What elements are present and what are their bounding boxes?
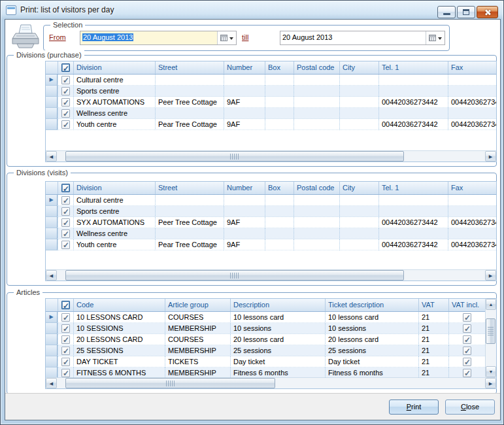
till-date-input[interactable]: 20 August 2013 bbox=[280, 31, 426, 44]
row-selector[interactable] bbox=[46, 239, 58, 250]
vat-incl-checkbox[interactable] bbox=[463, 358, 471, 366]
row-selector[interactable] bbox=[46, 345, 58, 356]
column-header[interactable]: Code bbox=[73, 299, 165, 312]
horizontal-scrollbar[interactable]: ◀ ▶ bbox=[46, 150, 496, 162]
table-row[interactable]: Sports centre bbox=[46, 206, 496, 217]
row-checkbox[interactable] bbox=[61, 347, 70, 355]
column-header[interactable]: Box bbox=[265, 61, 294, 75]
scroll-right-button[interactable]: ▶ bbox=[485, 151, 496, 162]
row-checkbox[interactable] bbox=[61, 324, 70, 333]
till-label[interactable]: till bbox=[242, 33, 248, 41]
column-header[interactable]: Street bbox=[155, 61, 224, 75]
table-row[interactable]: ▶Cultural centre bbox=[46, 195, 496, 206]
scroll-down-button[interactable]: ▼ bbox=[486, 366, 496, 377]
table-row[interactable]: SYX AUTOMATIONSPeer Tree Cottage9AF00442… bbox=[46, 217, 496, 228]
row-selector[interactable] bbox=[46, 108, 58, 119]
column-header[interactable]: Description bbox=[230, 299, 325, 312]
scrollbar-thumb[interactable] bbox=[486, 318, 496, 344]
table-row[interactable]: Wellness centre bbox=[46, 108, 496, 119]
table-row[interactable]: DAY TICKETTICKETSDay ticketDay ticket21 bbox=[46, 356, 485, 367]
column-header[interactable]: Number bbox=[224, 182, 265, 195]
row-checkbox[interactable] bbox=[61, 196, 70, 205]
row-checkbox[interactable] bbox=[61, 230, 70, 238]
close-button[interactable]: Close bbox=[445, 400, 495, 415]
row-checkbox[interactable] bbox=[61, 241, 70, 249]
from-date-input[interactable]: 20 August 2013 bbox=[80, 31, 217, 44]
row-checkbox[interactable] bbox=[61, 98, 70, 107]
column-header[interactable]: Division bbox=[73, 61, 155, 75]
select-all-checkbox[interactable] bbox=[61, 184, 70, 192]
vat-incl-checkbox[interactable] bbox=[463, 324, 471, 333]
vat-incl-checkbox[interactable] bbox=[463, 347, 471, 355]
row-selector[interactable] bbox=[46, 367, 58, 377]
column-header[interactable]: Article group bbox=[165, 299, 230, 312]
current-row-indicator[interactable]: ▶ bbox=[46, 312, 58, 323]
table-row[interactable]: 25 SESSIONSMEMBERSHIP25 sessions25 sessi… bbox=[46, 345, 485, 356]
current-row-indicator[interactable]: ▶ bbox=[46, 75, 58, 86]
row-checkbox[interactable] bbox=[61, 76, 70, 84]
table-row[interactable]: Sports centre bbox=[46, 86, 496, 97]
maximize-button[interactable] bbox=[457, 6, 475, 18]
scroll-right-button[interactable]: ▶ bbox=[485, 378, 496, 388]
from-calendar-dropdown-button[interactable] bbox=[217, 31, 236, 44]
table-row[interactable]: ▶10 LESSONS CARDCOURSES10 lessons card10… bbox=[46, 312, 485, 323]
row-selector[interactable] bbox=[46, 217, 58, 228]
row-selector[interactable] bbox=[46, 334, 58, 345]
row-checkbox[interactable] bbox=[61, 369, 70, 377]
row-selector[interactable] bbox=[46, 119, 58, 130]
horizontal-scrollbar[interactable]: ◀ ▶ bbox=[46, 269, 496, 280]
column-header[interactable]: VAT incl. bbox=[448, 299, 485, 312]
column-header[interactable]: City bbox=[339, 182, 378, 195]
close-window-button[interactable] bbox=[477, 6, 498, 18]
row-checkbox[interactable] bbox=[61, 109, 70, 118]
scrollbar-thumb[interactable] bbox=[65, 151, 403, 162]
row-selector[interactable] bbox=[46, 206, 58, 217]
minimize-button[interactable] bbox=[437, 6, 456, 18]
table-row[interactable]: Youth centrePear Tree Cottage9AF00442036… bbox=[46, 119, 496, 130]
scrollbar-track[interactable] bbox=[57, 151, 485, 162]
vat-incl-checkbox[interactable] bbox=[463, 335, 471, 344]
table-row[interactable]: ▶Cultural centre bbox=[46, 75, 496, 86]
row-selector[interactable] bbox=[46, 356, 58, 367]
column-header[interactable]: Number bbox=[224, 61, 265, 75]
row-selector[interactable] bbox=[46, 86, 58, 97]
column-header[interactable]: Postal code bbox=[294, 61, 339, 75]
vertical-scrollbar[interactable]: ▲ ▼ bbox=[485, 299, 496, 377]
row-checkbox[interactable] bbox=[61, 313, 70, 322]
column-header[interactable]: Ticket description bbox=[325, 299, 418, 312]
column-header[interactable]: Street bbox=[155, 182, 224, 195]
table-row[interactable]: Wellness centre bbox=[46, 228, 496, 239]
scroll-left-button[interactable]: ◀ bbox=[46, 151, 57, 162]
row-checkbox[interactable] bbox=[61, 335, 70, 344]
horizontal-scrollbar[interactable]: ◀ ▶ bbox=[46, 377, 496, 388]
scrollbar-thumb[interactable] bbox=[65, 270, 403, 280]
row-selector[interactable] bbox=[46, 228, 58, 239]
print-button[interactable]: Print bbox=[389, 400, 439, 415]
scroll-up-button[interactable]: ▲ bbox=[486, 299, 496, 310]
column-header[interactable]: Division bbox=[73, 182, 155, 195]
row-selector[interactable] bbox=[46, 323, 58, 334]
column-header[interactable]: Postal code bbox=[294, 182, 339, 195]
title-bar[interactable]: Print: list of visitors per day bbox=[1, 1, 503, 19]
from-label[interactable]: From bbox=[49, 33, 66, 41]
scroll-left-button[interactable]: ◀ bbox=[46, 378, 57, 388]
column-header[interactable]: Fax bbox=[448, 61, 496, 75]
row-selector[interactable] bbox=[46, 97, 58, 108]
select-all-checkbox[interactable] bbox=[61, 63, 70, 72]
row-checkbox[interactable] bbox=[61, 218, 70, 227]
vat-incl-checkbox[interactable] bbox=[463, 369, 471, 377]
row-checkbox[interactable] bbox=[61, 358, 70, 366]
column-header[interactable]: Box bbox=[265, 182, 294, 195]
column-header[interactable]: Fax bbox=[448, 182, 496, 195]
column-header[interactable]: City bbox=[339, 61, 378, 75]
select-all-checkbox[interactable] bbox=[61, 301, 70, 309]
scrollbar-track[interactable] bbox=[57, 378, 485, 388]
column-header[interactable]: VAT bbox=[418, 299, 448, 312]
current-row-indicator[interactable]: ▶ bbox=[46, 195, 58, 206]
scroll-right-button[interactable]: ▶ bbox=[485, 270, 496, 280]
scrollbar-thumb[interactable] bbox=[65, 378, 275, 388]
row-checkbox[interactable] bbox=[61, 87, 70, 95]
row-checkbox[interactable] bbox=[61, 120, 70, 129]
scrollbar-track[interactable] bbox=[486, 310, 496, 366]
vat-incl-checkbox[interactable] bbox=[463, 313, 471, 322]
